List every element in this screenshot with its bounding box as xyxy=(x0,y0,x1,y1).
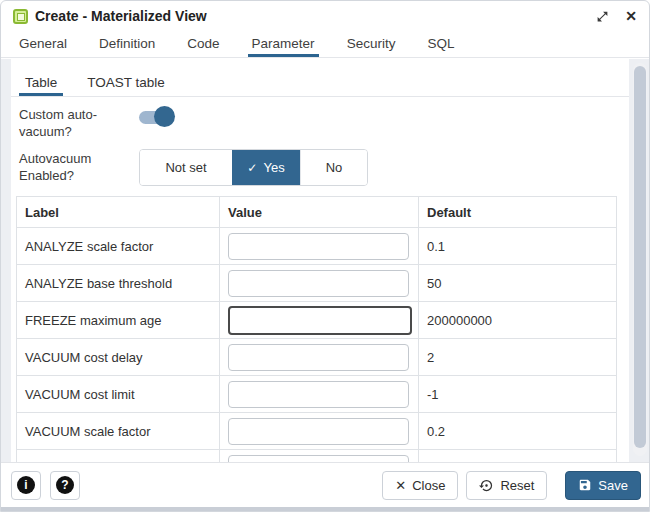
help-icon: ? xyxy=(56,476,74,494)
table-row: ANALYZE base threshold 50 xyxy=(17,265,617,302)
autovacuum-enabled-row: Autovacuum Enabled? Not set ✓ Yes No xyxy=(19,149,621,186)
subtab-table[interactable]: Table xyxy=(19,69,63,96)
maximize-icon[interactable] xyxy=(596,10,609,23)
info-icon: i xyxy=(17,476,35,494)
autovacuum-enabled-label: Autovacuum Enabled? xyxy=(19,149,139,185)
option-yes[interactable]: ✓ Yes xyxy=(232,150,300,185)
header-label: Label xyxy=(17,197,220,228)
close-x-icon: ✕ xyxy=(395,478,406,493)
param-default: 2 xyxy=(419,339,617,376)
reset-button[interactable]: Reset xyxy=(466,471,547,500)
close-button[interactable]: ✕ Close xyxy=(382,471,458,500)
param-label: ANALYZE base threshold xyxy=(17,265,220,302)
tab-sql[interactable]: SQL xyxy=(423,31,458,57)
check-icon: ✓ xyxy=(247,161,257,175)
footer-bar: i ? ✕ Close Reset Save xyxy=(1,462,649,511)
option-no[interactable]: No xyxy=(300,150,367,185)
header-default: Default xyxy=(419,197,617,228)
titlebar: Create - Materialized View ✕ xyxy=(1,1,649,31)
info-button[interactable]: i xyxy=(11,471,41,500)
vacuum-base-threshold-input[interactable] xyxy=(228,455,409,463)
reset-icon xyxy=(479,478,494,493)
vacuum-scale-factor-input[interactable] xyxy=(228,418,409,445)
content-area: Table TOAST table Custom auto-vacuum? Au… xyxy=(1,59,649,462)
autovacuum-enabled-group: Not set ✓ Yes No xyxy=(139,149,368,186)
table-row: VACUUM cost delay 2 xyxy=(17,339,617,376)
materialized-view-icon xyxy=(13,9,28,24)
param-label: VACUUM cost delay xyxy=(17,339,220,376)
param-default: 200000000 xyxy=(419,302,617,339)
param-default: -1 xyxy=(419,376,617,413)
table-row: VACUUM scale factor 0.2 xyxy=(17,413,617,450)
custom-autovacuum-toggle[interactable] xyxy=(139,110,171,125)
table-row: FREEZE maximum age 200000000 xyxy=(17,302,617,339)
toggle-thumb xyxy=(154,106,175,127)
analyze-base-threshold-input[interactable] xyxy=(228,270,409,297)
option-not-set[interactable]: Not set xyxy=(140,150,232,185)
scrollbar-thumb[interactable] xyxy=(634,66,646,448)
param-label: VACUUM cost limit xyxy=(17,376,220,413)
param-default: 0.1 xyxy=(419,228,617,265)
header-value: Value xyxy=(220,197,419,228)
tab-definition[interactable]: Definition xyxy=(95,31,159,57)
sub-tabs: Table TOAST table xyxy=(11,69,629,97)
save-button[interactable]: Save xyxy=(565,471,641,500)
dialog-title: Create - Materialized View xyxy=(35,8,207,24)
tab-general[interactable]: General xyxy=(15,31,71,57)
custom-autovacuum-row: Custom auto-vacuum? xyxy=(19,105,621,141)
param-default: 50 xyxy=(419,450,617,463)
help-button[interactable]: ? xyxy=(50,471,80,500)
param-label: FREEZE maximum age xyxy=(17,302,220,339)
parameter-panel: Table TOAST table Custom auto-vacuum? Au… xyxy=(11,59,629,462)
dialog-bottom-edge xyxy=(1,507,649,511)
table-row: VACUUM cost limit -1 xyxy=(17,376,617,413)
table-header-row: Label Value Default xyxy=(17,197,617,228)
close-icon[interactable]: ✕ xyxy=(625,9,637,23)
param-default: 50 xyxy=(419,265,617,302)
parameters-table: Label Value Default ANALYZE scale factor… xyxy=(16,196,617,462)
param-label: VACUUM base threshold xyxy=(17,450,220,463)
dialog-tabs: General Definition Code Parameter Securi… xyxy=(1,31,649,58)
tab-security[interactable]: Security xyxy=(343,31,400,57)
vacuum-cost-delay-input[interactable] xyxy=(228,344,409,371)
freeze-maximum-age-input[interactable] xyxy=(228,306,412,335)
table-row: ANALYZE scale factor 0.1 xyxy=(17,228,617,265)
scrollbar-track[interactable] xyxy=(633,63,647,456)
custom-autovacuum-label: Custom auto-vacuum? xyxy=(19,105,139,141)
table-row: VACUUM base threshold 50 xyxy=(17,450,617,463)
tab-parameter[interactable]: Parameter xyxy=(248,31,319,57)
analyze-scale-factor-input[interactable] xyxy=(228,233,409,260)
param-label: ANALYZE scale factor xyxy=(17,228,220,265)
subtab-toast-table[interactable]: TOAST table xyxy=(81,69,171,96)
param-label: VACUUM scale factor xyxy=(17,413,220,450)
tab-code[interactable]: Code xyxy=(183,31,223,57)
save-icon xyxy=(578,478,592,492)
param-default: 0.2 xyxy=(419,413,617,450)
create-materialized-view-dialog: Create - Materialized View ✕ General Def… xyxy=(0,0,650,512)
vacuum-cost-limit-input[interactable] xyxy=(228,381,409,408)
